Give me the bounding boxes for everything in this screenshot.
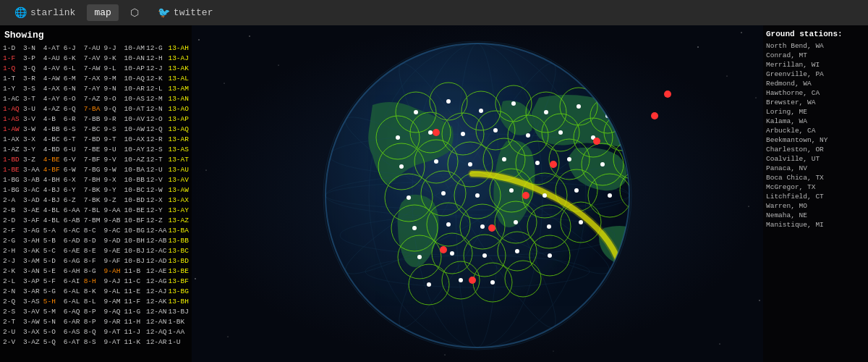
- svg-point-12: [748, 206, 749, 206]
- list-item: 3-Z: [23, 155, 42, 164]
- globe-container[interactable]: [192, 25, 763, 362]
- list-item: 13-AL: [168, 74, 189, 83]
- svg-point-10: [205, 169, 206, 170]
- list-item: 1-AQ: [3, 104, 22, 114]
- list-item: 13-BA: [168, 226, 189, 235]
- list-item: 13-AM: [168, 84, 189, 93]
- svg-point-112: [446, 222, 451, 227]
- svg-point-114: [514, 220, 518, 224]
- list-item: 3-AP: [23, 277, 42, 286]
- list-item: Kalama, WA: [766, 117, 865, 126]
- list-item: 3-AC: [23, 185, 42, 195]
- list-item: 10-BE: [124, 206, 145, 215]
- twitter-nav-item[interactable]: 🐦 twitter: [150, 4, 221, 22]
- satellite-list-panel[interactable]: Showing 1-D3-N4-AT6-J7-AU9-J10-AM12-G13-…: [0, 25, 192, 362]
- list-item: 10-BC: [124, 185, 145, 195]
- starlink-nav-item[interactable]: 🌐 starlink: [7, 4, 82, 22]
- list-item: 9-AD: [104, 236, 123, 245]
- list-item: 9-V: [104, 155, 123, 164]
- list-item: 6-L: [64, 64, 82, 73]
- list-item: 5-O: [43, 327, 62, 337]
- ground-stations-title: Ground stations:: [766, 30, 865, 38]
- list-item: 5-B: [43, 236, 62, 245]
- list-item: 10-AM: [124, 43, 145, 53]
- svg-point-80: [446, 99, 451, 104]
- list-item: 10-AS: [124, 94, 145, 104]
- share-nav-item[interactable]: ⬡: [123, 4, 146, 22]
- list-item: 1-D: [3, 43, 22, 53]
- list-item: 3-AN: [23, 266, 42, 276]
- list-item: 10-AN: [124, 54, 145, 63]
- list-item: 6-O: [64, 94, 82, 104]
- list-item: 7-BC: [84, 125, 103, 134]
- list-item: 12-Y: [146, 206, 167, 215]
- list-item: 8-D: [84, 236, 103, 245]
- list-item: 6-AT: [64, 337, 82, 347]
- satellite-grid: 1-D3-N4-AT6-J7-AU9-J10-AM12-G13-AH1-F3-P…: [1, 43, 190, 347]
- list-item: 4-BJ: [43, 195, 62, 205]
- list-item: 5-G: [43, 287, 62, 296]
- svg-point-123: [459, 278, 463, 282]
- svg-point-5: [278, 65, 279, 66]
- list-item: 12-AN: [146, 317, 167, 327]
- list-item: 6-J: [64, 43, 82, 53]
- svg-point-121: [548, 253, 552, 258]
- svg-point-120: [515, 249, 519, 253]
- list-item: 5-N: [43, 317, 62, 327]
- svg-point-117: [417, 255, 422, 259]
- map-label: map: [94, 7, 111, 18]
- list-item: 9-Q: [104, 104, 123, 114]
- list-item: Loring, ME: [766, 107, 865, 117]
- svg-point-15: [719, 343, 720, 344]
- svg-point-89: [461, 132, 465, 136]
- svg-point-131: [469, 277, 476, 284]
- list-item: 6-AC: [64, 226, 82, 235]
- svg-point-128: [522, 192, 529, 199]
- svg-point-118: [450, 251, 454, 256]
- list-item: 12-H: [146, 54, 167, 63]
- list-item: 3-AA: [23, 165, 42, 174]
- list-item: 4-AU: [43, 54, 62, 63]
- svg-point-16: [445, 355, 446, 355]
- list-item: 12-S: [146, 145, 167, 154]
- list-item: 4-AY: [43, 94, 62, 104]
- list-item: 2-D: [3, 216, 22, 225]
- list-item: 1-U: [168, 337, 189, 347]
- list-item: 13-AK: [168, 64, 189, 73]
- list-item: 13-BC: [168, 246, 189, 256]
- svg-point-9: [756, 98, 757, 98]
- list-item: 7-BK: [84, 185, 103, 195]
- list-item: 6-S: [64, 125, 82, 134]
- list-item: 12-AR: [146, 337, 167, 347]
- list-item: 8-Q: [84, 327, 103, 337]
- list-item: 9-AF: [104, 256, 123, 266]
- list-item: 13-AO: [168, 104, 189, 114]
- map-nav-item[interactable]: map: [87, 4, 118, 21]
- list-item: Hawthorne, CA: [766, 88, 865, 98]
- list-item: 1-BE: [3, 165, 22, 174]
- list-item: 13-BH: [168, 297, 189, 306]
- list-item: 3-AV: [23, 307, 42, 316]
- list-item: 10-AQ: [124, 74, 145, 83]
- list-item: 9-AT: [104, 337, 123, 347]
- list-item: 8-K: [84, 287, 103, 296]
- list-item: 7-BE: [84, 145, 103, 154]
- list-item: 4-BH: [43, 175, 62, 185]
- list-item: 6-AL: [64, 297, 82, 306]
- list-item: 1-BD: [3, 155, 22, 164]
- list-item: 11-H: [124, 317, 145, 327]
- list-item: 7-BA: [84, 104, 103, 114]
- list-item: 13-AU: [168, 165, 189, 174]
- list-item: 12-G: [146, 43, 167, 53]
- list-item: 13-BB: [168, 236, 189, 245]
- list-item: 6-AS: [64, 327, 82, 337]
- list-item: 9-U: [104, 145, 123, 154]
- list-item: 11-C: [124, 277, 145, 286]
- list-item: 9-N: [104, 84, 123, 93]
- list-item: 3-AF: [23, 216, 42, 225]
- list-item: 12-AD: [146, 256, 167, 266]
- svg-point-104: [441, 191, 446, 195]
- list-item: 7-BG: [84, 165, 103, 174]
- list-item: 6-AI: [64, 277, 82, 286]
- list-item: 8-H: [84, 277, 103, 286]
